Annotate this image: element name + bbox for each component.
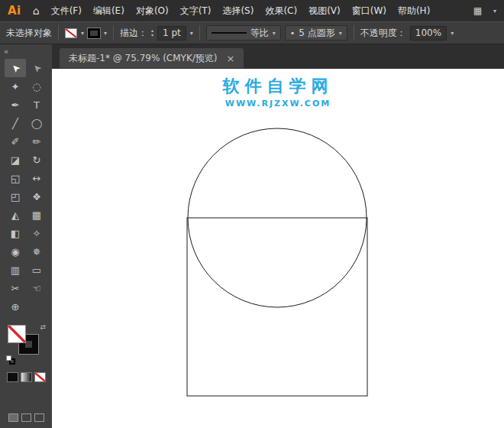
workspace: « ➤ ➤ ✦ ◌ ✒ T ╱ ◯ ✐ ✏ ◪ ↻ ◱ ↔ ◰ ❖ ◭ ▦ ◧	[0, 44, 504, 428]
menu-type[interactable]: 文字(T)	[180, 5, 212, 18]
tool-shape-builder[interactable]: ❖	[26, 187, 47, 206]
scale-tool-icon: ◱	[11, 173, 20, 184]
control-bar: 未选择对象 ▾ ▾ 描边： ▴ ▾ 1 pt ▾ 等比 ▾ • 5 点圆形 ▾ …	[0, 21, 504, 44]
draw-inside-button[interactable]	[34, 413, 44, 422]
fill-stroke-indicator: ⇄	[6, 325, 46, 362]
direct-selection-tool-icon: ➤	[30, 61, 44, 75]
tool-pencil[interactable]: ✏	[26, 132, 47, 151]
fill-caret-icon[interactable]: ▾	[81, 30, 84, 37]
stroke-caret-icon[interactable]: ▾	[104, 30, 107, 37]
menu-effect[interactable]: 效果(C)	[265, 5, 297, 18]
artboard-canvas[interactable]: 软件自学网 WWW.RJZXW.COM	[52, 69, 504, 428]
separator	[113, 25, 114, 41]
menu-edit[interactable]: 编辑(E)	[93, 5, 124, 18]
tool-perspective-grid[interactable]: ◭	[5, 206, 26, 224]
tool-direct-selection[interactable]: ➤	[26, 59, 47, 77]
fill-color-control[interactable]	[65, 28, 77, 38]
column-graph-tool-icon: ▥	[11, 264, 20, 276]
tool-lasso[interactable]: ◌	[26, 77, 47, 96]
tool-blend[interactable]: ◉	[5, 242, 26, 261]
workspace-switcher-icon[interactable]: ▦	[473, 5, 482, 16]
tool-pen[interactable]: ✒	[5, 96, 26, 114]
selection-status: 未选择对象	[6, 27, 52, 40]
tool-zoom[interactable]: ⊕	[5, 297, 26, 316]
separator	[199, 25, 200, 41]
tool-empty-cell	[26, 297, 47, 316]
stroke-weight-stepper[interactable]: ▴ ▾	[151, 28, 153, 37]
apply-gradient-button[interactable]	[21, 372, 32, 382]
menu-object[interactable]: 对象(O)	[136, 5, 169, 18]
hand-tool-icon: ☜	[32, 283, 41, 294]
tool-free-transform[interactable]: ◰	[5, 187, 26, 206]
tool-rotate[interactable]: ↻	[26, 151, 47, 169]
slice-tool-icon: ✂	[11, 283, 20, 294]
stroke-weight-caret-icon[interactable]: ▾	[190, 30, 193, 37]
document-area: 未标题-1* @ 75.79% (CMYK/预览) × 软件自学网 WWW.RJ…	[52, 44, 504, 428]
default-fill-stroke-icon[interactable]	[6, 355, 15, 365]
artwork-layer	[52, 69, 504, 428]
pencil-tool-icon: ✏	[33, 136, 41, 148]
tool-line-segment[interactable]: ╱	[5, 114, 26, 132]
tool-selection[interactable]: ➤	[5, 59, 26, 77]
tool-column-graph[interactable]: ▥	[5, 261, 26, 279]
perspective-grid-tool-icon: ◭	[11, 209, 19, 221]
brush-dropdown[interactable]: • 5 点圆形 ▾	[285, 25, 347, 41]
tools-grid: ➤ ➤ ✦ ◌ ✒ T ╱ ◯ ✐ ✏ ◪ ↻ ◱ ↔ ◰ ❖ ◭ ▦ ◧ ✧	[5, 59, 47, 316]
tool-gradient[interactable]: ◧	[5, 224, 26, 242]
apply-color-button[interactable]	[7, 372, 18, 382]
swap-fill-stroke-icon[interactable]: ⇄	[40, 323, 46, 331]
tool-eyedropper[interactable]: ✧	[26, 224, 47, 242]
opacity-value[interactable]: 100%	[410, 26, 447, 41]
draw-normal-button[interactable]	[8, 413, 18, 422]
brush-preview-icon: •	[290, 28, 296, 38]
tool-width[interactable]: ↔	[26, 169, 47, 187]
home-icon[interactable]: ⌂	[33, 5, 40, 17]
tool-symbol-sprayer[interactable]: ✵	[26, 242, 47, 261]
eraser-tool-icon: ◪	[11, 154, 20, 166]
tool-mesh[interactable]: ▦	[26, 206, 47, 224]
separator	[58, 25, 59, 41]
profile-caret-icon: ▾	[273, 30, 276, 37]
draw-mode-buttons	[8, 413, 44, 422]
draw-behind-button[interactable]	[21, 413, 31, 422]
opacity-label: 不透明度：	[360, 27, 406, 40]
stroke-weight-label: 描边：	[120, 27, 147, 40]
magic-wand-tool-icon: ✦	[11, 81, 20, 92]
close-tab-icon[interactable]: ×	[227, 53, 235, 64]
tool-eraser[interactable]: ◪	[5, 151, 26, 169]
menu-help[interactable]: 帮助(H)	[398, 5, 430, 18]
artboard-tool-icon: ▭	[32, 264, 41, 276]
paintbrush-tool-icon: ✐	[11, 136, 20, 148]
tool-type[interactable]: T	[26, 96, 47, 114]
opacity-caret-icon[interactable]: ▾	[451, 30, 454, 37]
tools-panel: « ➤ ➤ ✦ ◌ ✒ T ╱ ◯ ✐ ✏ ◪ ↻ ◱ ↔ ◰ ❖ ◭ ▦ ◧	[0, 44, 52, 428]
free-transform-tool-icon: ◰	[11, 191, 20, 203]
stepper-down-icon[interactable]: ▾	[151, 33, 153, 37]
apply-none-button[interactable]	[34, 372, 46, 382]
fill-swatch[interactable]	[8, 325, 26, 343]
symbol-sprayer-tool-icon: ✵	[33, 246, 41, 258]
tool-slice[interactable]: ✂	[5, 279, 26, 297]
menu-file[interactable]: 文件(F)	[51, 5, 82, 18]
document-tab[interactable]: 未标题-1* @ 75.79% (CMYK/预览) ×	[60, 48, 244, 68]
collapse-panel-icon[interactable]: «	[0, 46, 12, 59]
tool-scale[interactable]: ◱	[5, 169, 26, 187]
workspace-caret-icon[interactable]: ▾	[493, 8, 496, 15]
pen-tool-icon: ✒	[11, 99, 20, 111]
tool-hand[interactable]: ☜	[26, 279, 47, 297]
separator	[354, 25, 354, 41]
apply-color-buttons	[7, 372, 46, 382]
tool-paintbrush[interactable]: ✐	[5, 132, 26, 151]
menu-view[interactable]: 视图(V)	[309, 5, 341, 18]
brush-value: 5 点圆形	[299, 27, 334, 40]
selection-tool-icon: ➤	[8, 61, 22, 75]
stroke-color-control[interactable]	[88, 28, 100, 38]
line-segment-tool-icon: ╱	[12, 118, 18, 129]
stroke-weight-value[interactable]: 1 pt	[157, 26, 186, 41]
tool-artboard[interactable]: ▭	[26, 261, 47, 279]
menu-select[interactable]: 选择(S)	[222, 5, 254, 18]
menu-window[interactable]: 窗口(W)	[352, 5, 386, 18]
tool-magic-wand[interactable]: ✦	[5, 77, 26, 96]
width-profile-dropdown[interactable]: 等比 ▾	[206, 25, 281, 41]
tool-ellipse[interactable]: ◯	[26, 114, 47, 132]
